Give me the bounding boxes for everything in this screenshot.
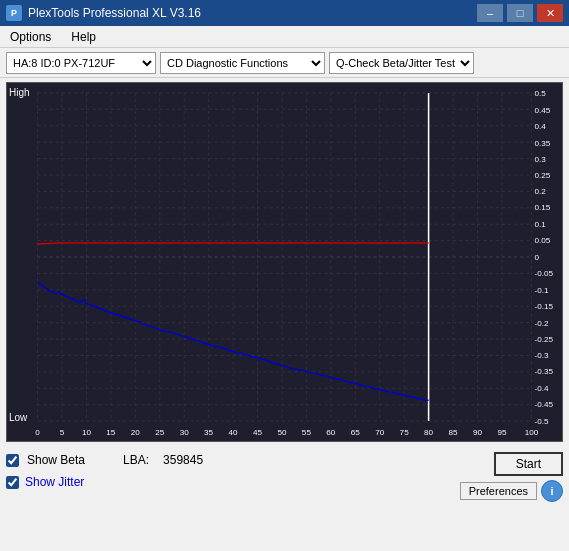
svg-text:0.3: 0.3 [535, 155, 547, 164]
svg-text:10: 10 [82, 428, 92, 437]
function-select[interactable]: CD Diagnostic Functions [160, 52, 325, 74]
maximize-button[interactable]: □ [507, 4, 533, 22]
svg-text:85: 85 [449, 428, 459, 437]
toolbar: HA:8 ID:0 PX-712UF CD Diagnostic Functio… [0, 48, 569, 78]
svg-text:-0.1: -0.1 [535, 286, 550, 295]
main-container: High Low [0, 82, 569, 551]
svg-text:25: 25 [155, 428, 165, 437]
svg-text:0.4: 0.4 [535, 122, 547, 131]
show-beta-label: Show Beta [27, 453, 85, 467]
chart-low-label: Low [9, 412, 27, 423]
svg-text:0: 0 [535, 253, 540, 262]
close-button[interactable]: ✕ [537, 4, 563, 22]
menu-help[interactable]: Help [65, 28, 102, 46]
svg-text:0.35: 0.35 [535, 139, 551, 148]
svg-text:15: 15 [106, 428, 116, 437]
svg-text:5: 5 [60, 428, 65, 437]
drive-select[interactable]: HA:8 ID:0 PX-712UF [6, 52, 156, 74]
svg-text:70: 70 [375, 428, 385, 437]
show-beta-checkbox[interactable] [6, 454, 19, 467]
svg-text:0.05: 0.05 [535, 236, 551, 245]
svg-text:80: 80 [424, 428, 434, 437]
svg-text:-0.05: -0.05 [535, 269, 554, 278]
svg-text:45: 45 [253, 428, 263, 437]
svg-text:20: 20 [131, 428, 141, 437]
info-button[interactable]: i [541, 480, 563, 502]
svg-text:-0.5: -0.5 [535, 417, 550, 426]
chart-svg: 0.5 0.45 0.4 0.35 0.3 0.25 0.2 0.15 0.1 … [7, 83, 562, 441]
right-buttons: Start Preferences i [460, 452, 563, 502]
svg-text:-0.4: -0.4 [535, 384, 550, 393]
lba-label: LBA: [123, 453, 149, 467]
test-select[interactable]: Q-Check Beta/Jitter Test [329, 52, 474, 74]
show-jitter-label: Show Jitter [25, 475, 84, 489]
svg-text:0: 0 [35, 428, 40, 437]
svg-text:35: 35 [204, 428, 214, 437]
chart-high-label: High [9, 87, 30, 98]
svg-text:50: 50 [277, 428, 287, 437]
minimize-button[interactable]: – [477, 4, 503, 22]
svg-text:0.1: 0.1 [535, 220, 547, 229]
svg-text:0.5: 0.5 [535, 89, 547, 98]
svg-text:95: 95 [497, 428, 507, 437]
preferences-button[interactable]: Preferences [460, 482, 537, 500]
show-jitter-row: Show Jitter [6, 472, 203, 492]
preferences-row: Preferences i [460, 480, 563, 502]
window-title: PlexTools Professional XL V3.16 [28, 6, 201, 20]
svg-text:-0.15: -0.15 [535, 302, 554, 311]
show-jitter-checkbox[interactable] [6, 476, 19, 489]
svg-text:-0.45: -0.45 [535, 400, 554, 409]
svg-text:0.45: 0.45 [535, 106, 551, 115]
svg-text:-0.2: -0.2 [535, 319, 550, 328]
svg-text:0.25: 0.25 [535, 172, 551, 181]
svg-text:90: 90 [473, 428, 483, 437]
app-icon: P [6, 5, 22, 21]
svg-text:75: 75 [400, 428, 410, 437]
svg-rect-0 [7, 83, 562, 441]
svg-text:40: 40 [229, 428, 239, 437]
window-controls: – □ ✕ [477, 4, 563, 22]
lba-value: 359845 [163, 453, 203, 467]
menu-options[interactable]: Options [4, 28, 57, 46]
title-bar: P PlexTools Professional XL V3.16 – □ ✕ [0, 0, 569, 26]
svg-text:0.2: 0.2 [535, 187, 547, 196]
start-button[interactable]: Start [494, 452, 563, 476]
show-beta-row: Show Beta LBA: 359845 [6, 450, 203, 470]
svg-text:60: 60 [326, 428, 336, 437]
checkboxes-column: Show Beta LBA: 359845 Show Jitter [6, 450, 203, 492]
svg-text:55: 55 [302, 428, 312, 437]
svg-text:0.15: 0.15 [535, 203, 551, 212]
svg-text:100: 100 [525, 428, 539, 437]
svg-text:30: 30 [180, 428, 190, 437]
menu-bar: Options Help [0, 26, 569, 48]
svg-text:65: 65 [351, 428, 361, 437]
svg-text:-0.3: -0.3 [535, 352, 550, 361]
svg-text:-0.35: -0.35 [535, 367, 554, 376]
bottom-section: Show Beta LBA: 359845 Show Jitter Start … [0, 446, 569, 526]
chart-area: High Low [6, 82, 563, 442]
svg-text:-0.25: -0.25 [535, 335, 554, 344]
